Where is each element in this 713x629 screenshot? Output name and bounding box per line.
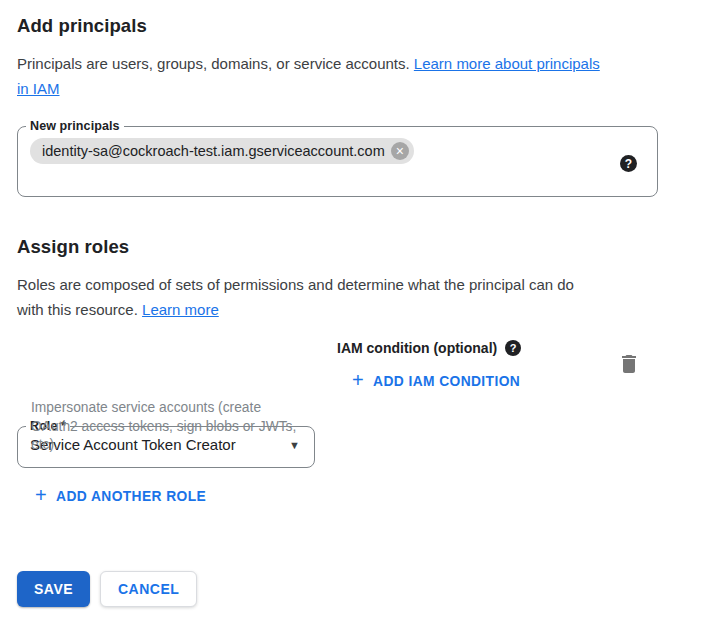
iam-condition-label: IAM condition (optional) (337, 340, 497, 356)
condition-help-icon[interactable]: ? (505, 340, 521, 356)
roles-desc-line2: with this resource. (17, 301, 142, 318)
page-title: Add principals (17, 15, 147, 37)
principals-help-icon[interactable]: ? (620, 155, 637, 172)
iam-condition-label-row: IAM condition (optional) ? (337, 340, 521, 356)
delete-role-button[interactable] (615, 350, 643, 381)
assign-roles-description: Roles are composed of sets of permission… (17, 272, 707, 322)
learn-more-principals-line2: in IAM (17, 80, 60, 97)
chip-remove-icon[interactable]: × (391, 142, 409, 160)
add-another-role-label: ADD ANOTHER ROLE (56, 489, 206, 504)
learn-more-roles-link[interactable]: Learn more (142, 301, 219, 318)
principal-chip-text: identity-sa@cockroach-test.iam.gservicea… (42, 143, 385, 159)
intro-text: Principals are users, groups, domains, o… (17, 51, 707, 101)
plus-icon: + (352, 370, 364, 390)
intro-text-static: Principals are users, groups, domains, o… (17, 55, 414, 72)
save-button[interactable]: SAVE (17, 571, 90, 607)
role-helper-text: Impersonate service accounts (create OAu… (31, 399, 303, 455)
add-iam-condition-button[interactable]: + ADD IAM CONDITION (346, 368, 526, 394)
add-another-role-button[interactable]: + ADD ANOTHER ROLE (29, 483, 212, 509)
assign-roles-title: Assign roles (17, 236, 129, 258)
add-iam-condition-label: ADD IAM CONDITION (373, 374, 520, 389)
trash-icon (617, 352, 641, 376)
new-principals-field[interactable]: New principals identity-sa@cockroach-tes… (17, 119, 658, 197)
plus-icon: + (35, 485, 47, 505)
principal-chip: identity-sa@cockroach-test.iam.gservicea… (30, 138, 414, 164)
roles-desc-line1: Roles are composed of sets of permission… (17, 276, 574, 293)
new-principals-label: New principals (26, 119, 124, 134)
learn-more-principals-line1: Learn more about principals (414, 55, 600, 72)
cancel-button[interactable]: CANCEL (100, 571, 197, 607)
